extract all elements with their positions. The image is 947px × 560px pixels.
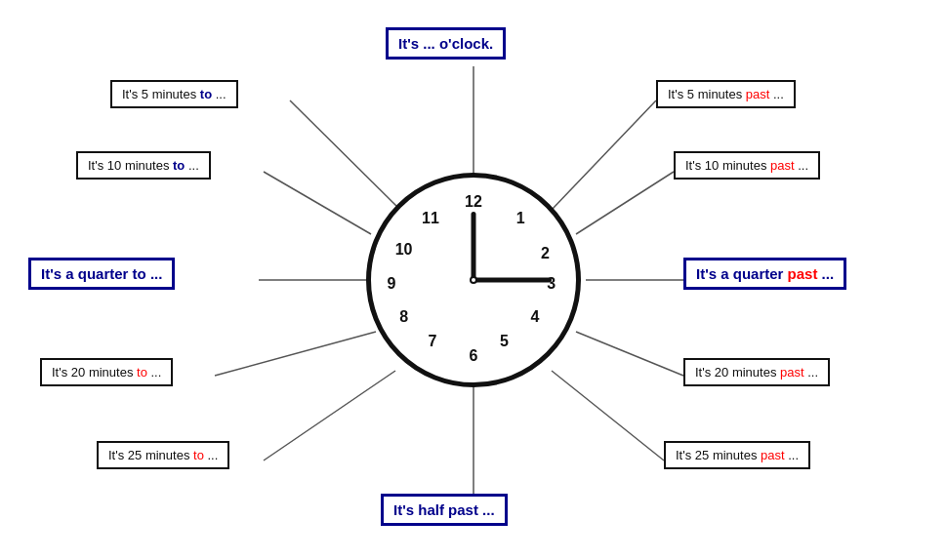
half-past-label: It's half past ...	[381, 494, 508, 526]
oclock-label: It's ... o'clock.	[386, 27, 506, 60]
10-minutes-to-label: It's 10 minutes to ...	[76, 151, 211, 180]
clock-num-9: 9	[388, 275, 396, 293]
quarter-past-label: It's a quarter past ...	[683, 258, 846, 290]
25-minutes-to-label: It's 25 minutes to ...	[97, 441, 229, 469]
clock-num-10: 10	[395, 241, 413, 259]
svg-line-4	[215, 332, 376, 376]
clock-num-4: 4	[531, 308, 540, 326]
clock-num-11: 11	[422, 210, 439, 227]
svg-line-10	[576, 332, 683, 376]
clock-num-5: 5	[500, 333, 509, 350]
svg-line-2	[264, 172, 371, 234]
5-minutes-to-label: It's 5 minutes to ...	[110, 80, 238, 108]
10-minutes-past-label: It's 10 minutes past ...	[674, 151, 820, 180]
hour-hand	[472, 212, 476, 280]
5-minutes-past-label: It's 5 minutes past ...	[656, 80, 796, 108]
clock-num-12: 12	[465, 193, 482, 211]
clock-face: 12 1 2 3 4 5 6 7 8 9 10 11	[366, 173, 581, 387]
svg-line-8	[576, 172, 674, 234]
quarter-to-label: It's a quarter to ...	[28, 258, 175, 290]
clock-center	[470, 276, 477, 284]
clock-container: 12 1 2 3 4 5 6 7 8 9 10 11	[366, 173, 581, 387]
20-minutes-to-label: It's 20 minutes to ...	[40, 358, 173, 386]
clock-num-2: 2	[541, 245, 550, 262]
clock-num-8: 8	[399, 308, 408, 326]
clock-num-7: 7	[429, 333, 437, 350]
25-minutes-past-label: It's 25 minutes past ...	[664, 441, 810, 469]
clock-num-1: 1	[516, 210, 525, 227]
minute-hand	[474, 278, 552, 283]
20-minutes-past-label: It's 20 minutes past ...	[683, 358, 830, 386]
clock-num-6: 6	[470, 347, 478, 365]
